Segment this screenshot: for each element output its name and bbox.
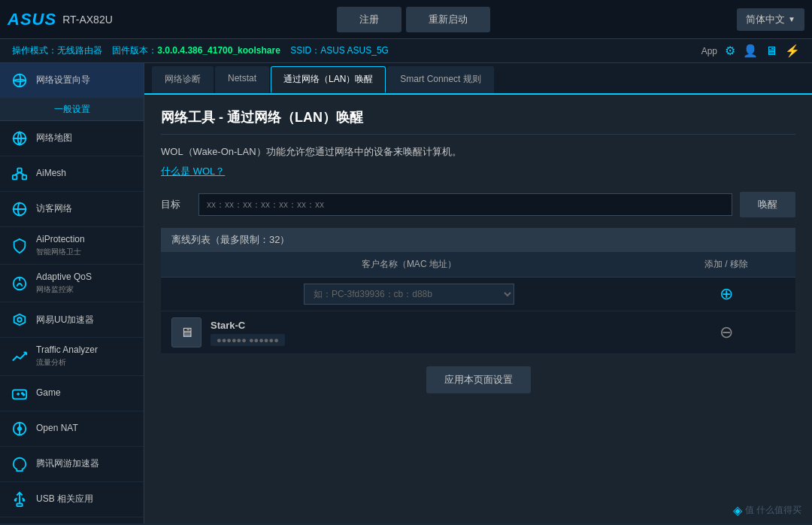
svg-point-25 — [23, 499, 25, 501]
device-details: Stark-C ●●●●●● ●●●●●● — [211, 320, 285, 346]
top-nav: 注册 重新启动 — [158, 7, 669, 32]
wol-link-text[interactable]: WOL — [193, 165, 216, 177]
tab-bar: 网络诊断 Netstat 通过网络（LAN）唤醒 Smart Connect 规… — [144, 63, 812, 95]
watermark: ◈ 值 什么值得买 — [733, 503, 801, 517]
guest-icon — [9, 199, 30, 220]
device-name: Stark-C — [211, 320, 285, 331]
sidebar-item-setup-label: 网络设置向导 — [36, 74, 90, 86]
device-icon: 🖥 — [171, 317, 201, 347]
logo: ASUS — [8, 10, 56, 29]
content-area: 网络诊断 Netstat 通过网络（LAN）唤醒 Smart Connect 规… — [144, 63, 812, 523]
fw-value: 3.0.0.4.386_41700_koolshare — [157, 45, 280, 56]
remove-cell: ⊖ — [657, 311, 795, 354]
add-button[interactable]: ⊕ — [668, 286, 785, 302]
sidebar: 网络设置向导 一般设置 网络地图 AiMesh 访客网络 AiProtectio — [0, 63, 144, 523]
aimesh-icon — [9, 163, 30, 184]
tab-smart-connect[interactable]: Smart Connect 规则 — [387, 66, 493, 93]
monitor-icon[interactable]: 🖥 — [765, 44, 777, 58]
device-mac: ●●●●●● ●●●●●● — [211, 334, 285, 346]
register-button[interactable]: 注册 — [337, 7, 401, 32]
status-info: 操作模式：无线路由器 固件版本：3.0.0.4.386_41700_koolsh… — [12, 44, 389, 57]
page-title: 网络工具 - 通过网络（LAN）唤醒 — [161, 108, 795, 135]
page-content: 网络工具 - 通过网络（LAN）唤醒 WOL（Wake-On-LAN）功能允许您… — [144, 95, 812, 523]
reboot-button[interactable]: 重新启动 — [406, 7, 490, 32]
svg-point-10 — [17, 318, 22, 323]
sidebar-item-uu[interactable]: 网易UU加速器 — [0, 302, 144, 338]
sidebar-item-nat-label: Open NAT — [36, 423, 78, 435]
sidebar-item-tencent[interactable]: 腾讯网游加速器 — [0, 447, 144, 482]
sidebar-section-general: 一般设置 — [0, 99, 144, 121]
svg-rect-3 — [23, 175, 26, 180]
sidebar-item-aiprotection[interactable]: AiProtection智能网络卫士 — [0, 227, 144, 265]
sidebar-item-traffic-label: Traffic Analyzer流量分析 — [36, 344, 98, 368]
sidebar-item-aimesh[interactable]: AiMesh — [0, 156, 144, 192]
mac-select-cell: 如：PC-3fd39936：cb：d88b — [161, 278, 657, 311]
sidebar-item-setup[interactable]: 网络设置向导 — [0, 63, 144, 99]
offline-list-header: 离线列表（最多限制：32） — [161, 228, 795, 252]
table-row-device: 🖥 Stark-C ●●●●●● ●●●●●● ⊖ — [161, 311, 795, 354]
sidebar-item-aiprotection-label: AiProtection智能网络卫士 — [36, 234, 85, 257]
status-icons: App ⚙ 👤 🖥 ⚡ — [701, 44, 800, 58]
offline-table: 客户名称（MAC 地址） 添加 / 移除 如：PC-3fd39936：cb：d8… — [161, 252, 795, 354]
sidebar-item-guest-label: 访客网络 — [36, 203, 72, 215]
remove-button[interactable]: ⊖ — [668, 324, 785, 341]
main-layout: 网络设置向导 一般设置 网络地图 AiMesh 访客网络 AiProtectio — [0, 63, 812, 523]
sidebar-item-usb[interactable]: USB 相关应用 — [0, 482, 144, 517]
network-map-icon — [9, 128, 30, 149]
mac-select[interactable]: 如：PC-3fd39936：cb：d88b — [304, 284, 514, 305]
svg-point-24 — [15, 499, 17, 501]
ssid-label: SSID： — [290, 45, 320, 56]
sidebar-item-aimesh-label: AiMesh — [36, 168, 66, 180]
model: RT-AX82U — [62, 14, 113, 26]
usb-icon[interactable]: ⚡ — [785, 44, 800, 58]
wol-description: WOL（Wake-On-LAN）功能允许您通过网络中的设备来唤醒计算机。 — [161, 145, 795, 159]
gear-icon[interactable]: ⚙ — [725, 44, 735, 58]
svg-line-5 — [15, 172, 20, 175]
qos-icon — [9, 273, 30, 294]
sidebar-item-traffic[interactable]: Traffic Analyzer流量分析 — [0, 338, 144, 375]
wake-button[interactable]: 唤醒 — [740, 192, 795, 217]
device-cell: 🖥 Stark-C ●●●●●● ●●●●●● — [161, 311, 657, 354]
svg-line-6 — [20, 172, 24, 175]
svg-rect-4 — [17, 168, 22, 173]
watermark-text: 值 什么值得买 — [745, 504, 801, 517]
mode-value: 无线路由器 — [57, 45, 102, 56]
device-info: 🖥 Stark-C ●●●●●● ●●●●●● — [171, 317, 647, 347]
tencent-icon — [9, 454, 30, 475]
target-label: 目标 — [161, 198, 191, 211]
target-input[interactable] — [198, 193, 732, 216]
sidebar-item-usb-label: USB 相关应用 — [36, 493, 93, 505]
sidebar-item-network-map-label: 网络地图 — [36, 132, 72, 144]
ssid-value: ASUS — [320, 45, 345, 56]
traffic-icon — [9, 346, 30, 367]
sidebar-item-guest[interactable]: 访客网络 — [0, 192, 144, 227]
watermark-icon: ◈ — [733, 503, 742, 517]
svg-point-17 — [23, 393, 25, 395]
svg-rect-21 — [17, 503, 22, 506]
sidebar-item-game[interactable]: Game — [0, 376, 144, 411]
fw-label: 固件版本： — [112, 45, 157, 56]
tab-netstat[interactable]: Netstat — [215, 66, 269, 93]
mode-label: 操作模式： — [12, 45, 57, 56]
tab-wol[interactable]: 通过网络（LAN）唤醒 — [271, 66, 386, 93]
wol-link-row: 什么是 WOL？ — [161, 165, 795, 178]
game-icon — [9, 383, 30, 404]
col-client-header: 客户名称（MAC 地址） — [161, 252, 657, 278]
lang-button[interactable]: 简体中文 — [737, 8, 804, 31]
apply-button[interactable]: 应用本页面设置 — [426, 366, 531, 393]
target-row: 目标 唤醒 — [161, 192, 795, 217]
logo-area: ASUS RT-AX82U — [8, 10, 158, 29]
top-bar: ASUS RT-AX82U 注册 重新启动 简体中文 — [0, 0, 812, 39]
uu-icon — [9, 309, 30, 330]
apply-row: 应用本页面设置 — [161, 366, 795, 393]
sidebar-item-aicloud[interactable]: AiCloud 2.0个人云 2.0 应用 — [0, 517, 144, 523]
tab-diagnostics[interactable]: 网络诊断 — [152, 66, 214, 93]
sidebar-item-network-map[interactable]: 网络地图 — [0, 121, 144, 156]
user-icon[interactable]: 👤 — [743, 44, 758, 58]
sidebar-item-qos[interactable]: Adaptive QoS网络监控家 — [0, 265, 144, 302]
sidebar-item-nat[interactable]: Open NAT — [0, 411, 144, 447]
add-cell: ⊕ — [657, 278, 795, 311]
globe-setup-icon — [9, 70, 30, 91]
app-label: App — [701, 46, 717, 56]
wol-link-suffix: ？ — [215, 165, 225, 177]
